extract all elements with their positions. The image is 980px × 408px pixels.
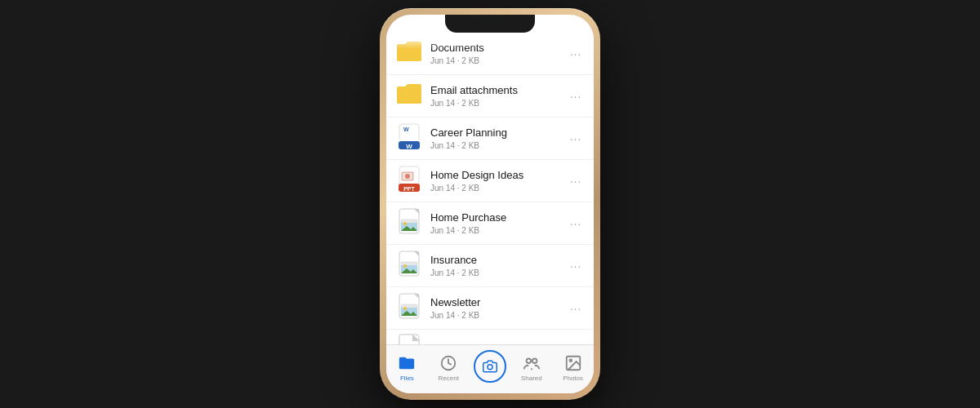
svg-point-34 [526, 359, 531, 364]
svg-point-33 [488, 364, 492, 369]
svg-point-21 [403, 264, 407, 268]
file-icon-folder [396, 83, 422, 109]
file-icon-word: W W [396, 126, 422, 152]
screen-content: DocumentsJun 14 · 2 KB··· Email attachme… [386, 15, 594, 393]
file-info-home-purchase: Home PurchaseJun 14 · 2 KB [430, 211, 568, 235]
file-item-home-purchase[interactable]: Home PurchaseJun 14 · 2 KB··· [386, 202, 594, 245]
svg-text:PPT: PPT [403, 186, 415, 192]
tab-shared[interactable]: Shared [510, 353, 552, 382]
svg-text:W: W [406, 143, 412, 149]
file-name-email-attachments: Email attachments [430, 84, 568, 98]
more-button-newsletter[interactable]: ··· [568, 300, 584, 317]
tab-recent[interactable]: Recent [428, 353, 470, 382]
shared-tab-icon [522, 353, 541, 373]
file-meta-career-planning: Jun 14 · 2 KB [430, 141, 568, 150]
svg-point-12 [405, 174, 410, 179]
photos-tab-icon [564, 353, 583, 373]
svg-point-37 [569, 359, 572, 361]
file-info-documents: DocumentsJun 14 · 2 KB [430, 42, 568, 65]
files-tab-icon [397, 353, 416, 373]
tab-bar: Files Recent [386, 344, 594, 393]
shared-tab-label: Shared [521, 375, 542, 382]
file-info-home-design-ideas: Home Design IdeasJun 14 · 2 KB [430, 169, 568, 193]
camera-tab-icon [474, 350, 506, 383]
tab-photos[interactable]: Photos [552, 353, 594, 382]
svg-text:W: W [403, 126, 409, 132]
file-name-newsletter: Newsletter [430, 296, 568, 310]
tab-camera[interactable] [470, 350, 511, 386]
file-icon-folder [396, 41, 422, 67]
file-meta-insurance: Jun 14 · 2 KB [430, 268, 568, 277]
file-name-home-purchase: Home Purchase [430, 211, 568, 225]
svg-point-26 [403, 307, 407, 310]
more-button-home-design-ideas[interactable]: ··· [568, 173, 584, 189]
more-button-home-purchase[interactable]: ··· [568, 215, 584, 232]
file-icon-img-file [396, 211, 422, 237]
more-button-insurance[interactable]: ··· [568, 258, 584, 274]
file-meta-newsletter: Jun 14 · 2 KB [430, 311, 568, 320]
file-info-career-planning: Career PlanningJun 14 · 2 KB [430, 126, 568, 150]
svg-rect-1 [397, 89, 421, 104]
file-info-insurance: InsuranceJun 14 · 2 KB [430, 254, 568, 277]
file-list: DocumentsJun 14 · 2 KB··· Email attachme… [386, 33, 594, 344]
more-button-email-attachments[interactable]: ··· [568, 88, 584, 104]
file-item-documents[interactable]: DocumentsJun 14 · 2 KB··· [386, 33, 594, 75]
file-item-newsletter[interactable]: NewsletterJun 14 · 2 KB··· [386, 287, 594, 330]
notch [445, 15, 535, 33]
file-icon-img-file2 [396, 295, 422, 322]
file-item-email-attachments[interactable]: Email attachmentsJun 14 · 2 KB··· [386, 75, 594, 118]
file-item-insurance[interactable]: InsuranceJun 14 · 2 KB··· [386, 245, 594, 287]
file-name-documents: Documents [430, 42, 568, 55]
file-name-career-planning: Career Planning [430, 126, 568, 140]
file-item-quotes[interactable]: Quotes and N... [386, 330, 594, 344]
files-tab-label: Files [400, 375, 414, 382]
phone-device: DocumentsJun 14 · 2 KB··· Email attachme… [380, 8, 600, 400]
file-meta-home-design-ideas: Jun 14 · 2 KB [430, 184, 568, 193]
svg-rect-0 [397, 47, 421, 61]
file-meta-documents: Jun 14 · 2 KB [430, 56, 568, 65]
tab-files[interactable]: Files [386, 353, 428, 382]
file-item-career-planning[interactable]: W W Career PlanningJun 14 · 2 KB··· [386, 118, 594, 160]
phone-screen: DocumentsJun 14 · 2 KB··· Email attachme… [386, 15, 594, 393]
file-name-home-design-ideas: Home Design Ideas [430, 169, 568, 183]
file-icon-ppt: PPT [396, 168, 422, 194]
file-name-insurance: Insurance [430, 254, 568, 268]
svg-point-35 [532, 359, 537, 364]
file-icon-img-file [396, 253, 422, 279]
file-icon-file [396, 336, 422, 345]
file-item-home-design-ideas[interactable]: PPT Home Design IdeasJun 14 · 2 KB··· [386, 160, 594, 202]
recent-tab-icon [439, 353, 458, 373]
file-info-email-attachments: Email attachmentsJun 14 · 2 KB [430, 84, 568, 108]
svg-point-16 [403, 222, 407, 225]
recent-tab-label: Recent [439, 375, 459, 382]
file-info-newsletter: NewsletterJun 14 · 2 KB [430, 296, 568, 320]
file-meta-email-attachments: Jun 14 · 2 KB [430, 99, 568, 108]
photos-tab-label: Photos [563, 375, 583, 382]
more-button-documents[interactable]: ··· [568, 46, 584, 62]
more-button-career-planning[interactable]: ··· [568, 131, 584, 147]
file-meta-home-purchase: Jun 14 · 2 KB [430, 226, 568, 235]
